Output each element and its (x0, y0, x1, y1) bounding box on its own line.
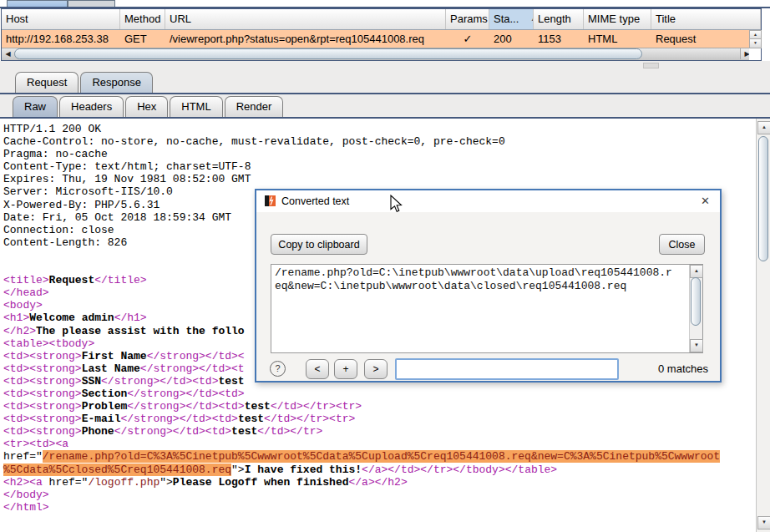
code-line: Pragma: no-cache (3, 148, 756, 160)
scroll-down-icon[interactable]: ▼ (757, 516, 770, 529)
textarea-scrollbar-thumb[interactable] (691, 277, 701, 326)
row-cell-mime-type[interactable]: HTML (584, 30, 651, 48)
column-header-host[interactable]: Host (2, 9, 120, 29)
table-vertical-scrollbar[interactable]: ▲ ▼ (749, 30, 761, 48)
splitter-grip[interactable] (643, 63, 659, 68)
add-search-term-button[interactable]: + (334, 359, 357, 379)
column-header-title[interactable]: Title (651, 9, 761, 29)
dialog-title: Converted text (281, 190, 349, 212)
history-table-row[interactable]: http://192.168.253.38GET/viewreport.php?… (2, 30, 749, 48)
close-button[interactable]: Close (659, 234, 705, 255)
column-header-method[interactable]: Method (120, 9, 165, 29)
code-line: <td><strong>E-mail</strong></td><td>test… (3, 413, 756, 425)
column-header-mime-type[interactable]: MIME type (584, 9, 651, 29)
http-history-table: HostMethodURLParamsSta...▲LengthMIME typ… (1, 8, 762, 61)
subtab-hex[interactable]: Hex (125, 96, 168, 117)
mouse-cursor (390, 195, 403, 213)
separator-line (0, 93, 770, 94)
row-cell-params[interactable]: ✓ (446, 30, 489, 48)
scrollbar-corner (749, 48, 761, 60)
row-cell-length[interactable]: 1153 (534, 30, 584, 48)
row-cell-sta[interactable]: 200 (489, 30, 534, 48)
format-tabs: RawHeadersHexHTMLRender (0, 97, 770, 117)
copy-to-clipboard-button[interactable]: Copy to clipboard (271, 234, 367, 255)
code-line: <td><strong>Section</strong></td><td> (3, 388, 756, 400)
burp-suite-window: HostMethodURLParamsSta...▲LengthMIME typ… (0, 0, 770, 532)
row-cell-method[interactable]: GET (120, 30, 165, 48)
scroll-up-icon[interactable]: ▲ (690, 265, 703, 278)
subtab-raw[interactable]: Raw (13, 96, 58, 117)
subtab-render[interactable]: Render (225, 96, 284, 117)
row-cell-title[interactable]: Request (651, 30, 749, 48)
code-line: Content-Type: text/html; charset=UTF-8 (3, 160, 756, 173)
message-tabs: RequestResponse (0, 72, 770, 93)
editor-scrollbar-thumb[interactable] (758, 136, 768, 261)
dialog-titlebar[interactable]: Converted text ✕ (256, 190, 720, 212)
scroll-up-icon[interactable]: ▲ (757, 121, 770, 134)
row-cell-host[interactable]: http://192.168.253.38 (2, 30, 120, 48)
converted-text-value: /rename.php?old=C:\inetpub\wwwroot\data\… (275, 266, 686, 292)
tab-request[interactable]: Request (15, 72, 79, 93)
textarea-scrollbar[interactable]: ▲ ▼ (689, 265, 702, 352)
code-line: </html> (3, 501, 756, 514)
converted-text-area[interactable]: /rename.php?old=C:\inetpub\wwwroot\data\… (271, 264, 703, 353)
converted-text-dialog: Converted text ✕ Copy to clipboard Close… (255, 189, 722, 383)
find-previous-button[interactable]: < (306, 359, 329, 379)
find-next-button[interactable]: > (364, 359, 388, 379)
match-count-label: 0 matches (658, 362, 708, 375)
code-line: %5Cdata%5Cclosed%5Creq105441008.req">I h… (3, 464, 756, 476)
column-header-params[interactable]: Params (446, 9, 489, 29)
table-horizontal-scrollbar[interactable]: ◀ ▶ (2, 48, 761, 60)
code-line: Expires: Thu, 19 Nov 1981 08:52:00 GMT (3, 173, 756, 185)
code-line: HTTP/1.1 200 OK (3, 123, 756, 135)
code-line: <td><strong>Problem</strong></td><td>tes… (3, 400, 756, 413)
code-line: href="/rename.php?old=C%3A%5Cinetpub%5Cw… (3, 450, 756, 463)
close-icon[interactable]: ✕ (701, 190, 710, 212)
subtab-html[interactable]: HTML (170, 96, 222, 117)
scroll-left-icon[interactable]: ◀ (2, 48, 14, 59)
column-header-sta[interactable]: Sta...▲ (489, 9, 534, 29)
history-table-header: HostMethodURLParamsSta...▲LengthMIME typ… (2, 9, 761, 30)
scroll-down-icon[interactable]: ▼ (690, 339, 703, 352)
tab-response[interactable]: Response (80, 72, 153, 93)
help-icon[interactable]: ? (270, 361, 286, 377)
code-line: </body> (3, 489, 756, 501)
code-line: Cache-Control: no-store, no-cache, must-… (3, 135, 756, 148)
search-input[interactable] (395, 358, 619, 380)
column-header-length[interactable]: Length (534, 9, 584, 29)
horizontal-scrollbar-thumb[interactable] (14, 48, 642, 59)
column-header-url[interactable]: URL (165, 9, 446, 29)
code-line: <tr><td><a (3, 438, 756, 450)
burp-app-icon (265, 195, 276, 206)
code-line: <h2><a href="/logoff.php">Please Logoff … (3, 476, 756, 489)
code-line: <td><strong>Phone</strong></td><td>test<… (3, 425, 756, 438)
row-cell-url[interactable]: /viewreport.php?status=open&rpt=req10544… (165, 30, 446, 48)
editor-vertical-scrollbar[interactable]: ▲ ▼ (756, 119, 770, 532)
subtab-headers[interactable]: Headers (59, 96, 124, 117)
